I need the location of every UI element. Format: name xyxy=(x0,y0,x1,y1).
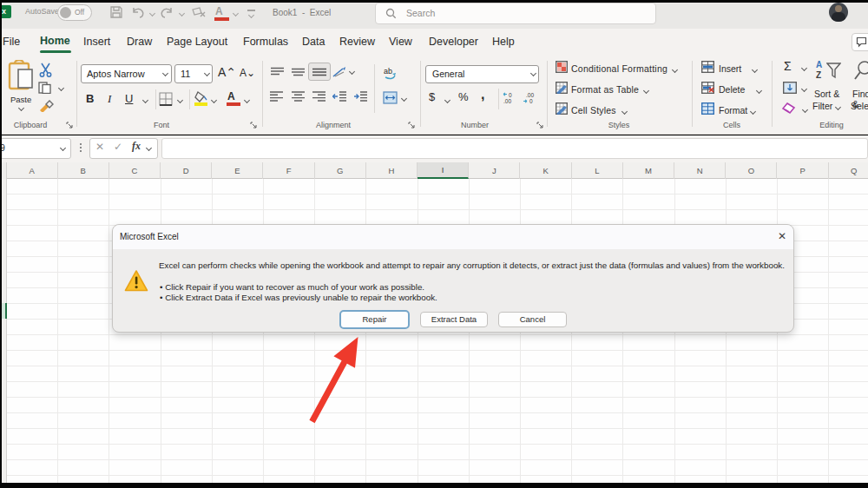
svg-text:0: 0 xyxy=(529,98,533,104)
svg-text:ab: ab xyxy=(384,67,392,76)
svg-text:.00: .00 xyxy=(503,98,511,104)
svg-text:.00: .00 xyxy=(526,92,534,98)
svg-text:0: 0 xyxy=(509,92,512,98)
